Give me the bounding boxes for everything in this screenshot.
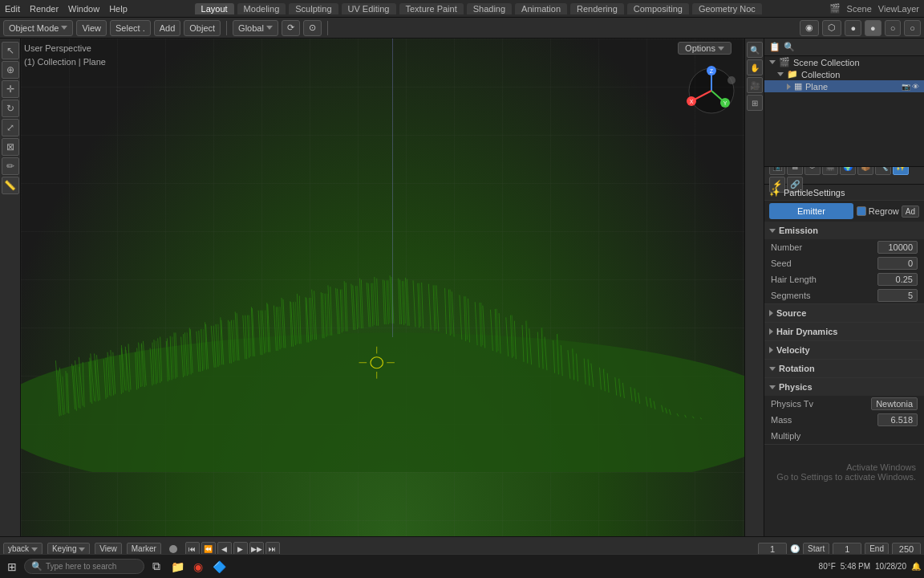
object-menu[interactable]: Object — [184, 20, 221, 36]
camera-tool[interactable]: 🎥 — [747, 77, 763, 93]
playback-dropdown[interactable]: yback — [3, 543, 43, 555]
view-menu[interactable]: View — [76, 20, 107, 36]
viewport-info: User Perspective (1) Collection | Plane — [24, 42, 106, 68]
props-view-icon[interactable]: 👁 — [804, 167, 821, 175]
taskbar-right-section: 80°F 5:48 PM 10/28/20 🔔 — [819, 562, 921, 571]
marker-dropdown[interactable]: Marker — [127, 543, 161, 555]
taskbar-search-box[interactable]: 🔍 Type here to search — [24, 559, 144, 574]
physics-header[interactable]: Physics — [764, 378, 924, 396]
segments-value[interactable]: 5 — [877, 289, 918, 302]
svg-line-103 — [340, 290, 342, 333]
options-arrow-icon — [718, 47, 724, 51]
props-render-icon[interactable]: 📷 — [769, 167, 785, 175]
menu-render[interactable]: Render — [30, 4, 59, 14]
xray-btn[interactable]: ⬡ — [822, 20, 841, 36]
proportional-edit[interactable]: ⊙ — [303, 20, 322, 36]
menu-window[interactable]: Window — [68, 4, 99, 14]
blender-icon[interactable]: 🔷 — [210, 558, 228, 576]
outliner-search[interactable]: 🔍 — [784, 42, 795, 52]
tab-sculpting[interactable]: Sculpting — [289, 3, 338, 14]
emitter-button[interactable]: Emitter — [769, 203, 853, 219]
source-section: Source — [764, 304, 924, 323]
add-button[interactable]: Ad — [902, 206, 919, 218]
viewport-solid[interactable]: ● — [865, 20, 881, 36]
view-dropdown[interactable]: View — [95, 543, 122, 555]
props-particle-icon[interactable]: ✨ — [893, 167, 909, 175]
seed-value[interactable]: 0 — [877, 257, 918, 270]
explorer-icon[interactable]: 📁 — [168, 558, 186, 576]
overlay-btn[interactable]: ◉ — [800, 20, 819, 36]
notification-icon[interactable]: 🔔 — [911, 562, 921, 571]
zoom-tool[interactable]: 🔍 — [747, 42, 763, 58]
props-scene-icon[interactable]: 🎬 — [822, 167, 838, 175]
svg-line-228 — [327, 294, 328, 336]
tab-geometry-nodes[interactable]: Geometry Noc — [692, 3, 762, 14]
taskview-button[interactable]: ⧉ — [148, 558, 165, 576]
source-header[interactable]: Source — [764, 304, 924, 322]
menu-edit[interactable]: Edit — [5, 4, 20, 14]
hair-dynamics-label: Hair Dynamics — [776, 327, 837, 336]
add-menu[interactable]: Add — [154, 20, 181, 36]
transform-dropdown[interactable]: Global — [233, 20, 278, 36]
menu-help[interactable]: Help — [109, 4, 128, 14]
chrome-icon[interactable]: ◉ — [189, 558, 207, 576]
keying-dropdown[interactable]: Keying — [47, 543, 90, 555]
svg-text:Y: Y — [723, 100, 727, 106]
velocity-expand-icon — [769, 347, 773, 353]
viewport-shading[interactable]: ● — [845, 20, 861, 36]
plane-item[interactable]: ▦ Plane 📷 👁 — [764, 80, 924, 92]
physics-type-value[interactable]: Newtonia — [871, 397, 918, 410]
svg-line-106 — [387, 280, 388, 324]
svg-line-35 — [321, 292, 322, 338]
scale-tool[interactable]: ⤢ — [2, 119, 19, 136]
viewport[interactable]: User Perspective (1) Collection | Plane … — [21, 39, 764, 536]
seed-row: Seed 0 — [764, 255, 924, 271]
props-output-icon[interactable]: 🖥 — [787, 167, 803, 175]
physics-label: Physics — [779, 382, 813, 392]
select-tool[interactable]: ↖ — [2, 42, 19, 59]
props-mod-icon[interactable]: 🔧 — [875, 167, 891, 175]
emission-header[interactable]: Emission — [764, 222, 924, 239]
number-value[interactable]: 10000 — [877, 241, 918, 254]
pan-tool[interactable]: ✋ — [747, 59, 763, 75]
move-tool[interactable]: ✛ — [2, 80, 19, 98]
rotation-header[interactable]: Rotation — [764, 360, 924, 377]
snap-options[interactable]: ⟳ — [282, 20, 300, 36]
props-world-icon[interactable]: 🌍 — [840, 167, 856, 175]
tab-shading[interactable]: Shading — [467, 3, 512, 14]
collection-item[interactable]: 📁 Collection — [764, 68, 924, 80]
viewport-render[interactable]: ○ — [904, 20, 921, 36]
velocity-header[interactable]: Velocity — [764, 341, 924, 359]
props-obj-icon[interactable]: 📦 — [857, 167, 873, 175]
svg-line-110 — [448, 290, 450, 336]
tab-uv-editing[interactable]: UV Editing — [342, 3, 396, 14]
grid-tool[interactable]: ⊞ — [747, 95, 763, 111]
search-placeholder: Type here to search — [46, 562, 116, 571]
particle-settings-label: ParticleSettings — [784, 188, 845, 197]
tab-compositing[interactable]: Compositing — [627, 3, 689, 14]
cursor-tool[interactable]: ⊕ — [2, 61, 19, 79]
tab-modeling[interactable]: Modeling — [237, 3, 286, 14]
tab-animation[interactable]: Animation — [515, 3, 567, 14]
tab-layout[interactable]: Layout — [195, 3, 234, 14]
transform-tool[interactable]: ⊠ — [2, 138, 19, 156]
plane-label: Plane — [805, 82, 828, 92]
regrow-checkbox[interactable] — [857, 206, 866, 216]
gizmo[interactable]: Z X Y — [683, 63, 740, 119]
select-menu[interactable]: Select . — [110, 20, 151, 36]
svg-line-107 — [403, 281, 404, 325]
annotate-tool[interactable]: ✏ — [2, 157, 19, 175]
tab-texture-paint[interactable]: Texture Paint — [399, 3, 464, 14]
scene-collection-item[interactable]: 🎬 Scene Collection — [764, 56, 924, 68]
rotate-tool[interactable]: ↻ — [2, 100, 19, 117]
measure-tool[interactable]: 📏 — [2, 177, 19, 194]
options-button[interactable]: Options — [678, 42, 732, 55]
tab-rendering[interactable]: Rendering — [570, 3, 624, 14]
object-mode-dropdown[interactable]: Object Mode — [3, 20, 73, 36]
viewport-material[interactable]: ○ — [885, 20, 902, 36]
physics-mass-value[interactable]: 6.518 — [877, 413, 918, 426]
hair-length-value[interactable]: 0.25 — [877, 273, 918, 286]
props-header: 📷 🖥 👁 🎬 🌍 📦 🔧 ✨ ⚡ 🔗 — [764, 167, 924, 185]
hair-dynamics-header[interactable]: Hair Dynamics — [764, 323, 924, 340]
windows-start-button[interactable]: ⊞ — [3, 558, 21, 576]
